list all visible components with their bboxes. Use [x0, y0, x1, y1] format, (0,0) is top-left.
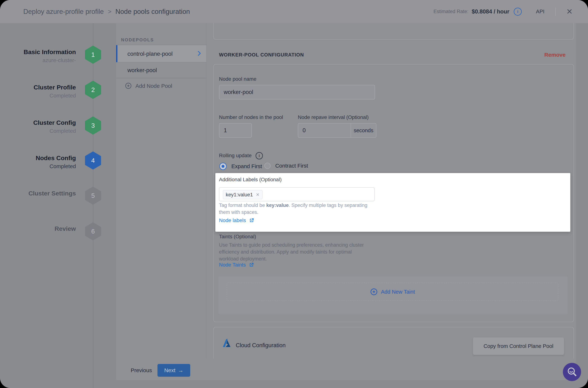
node-count-input[interactable]: [219, 123, 252, 138]
nodepool-selected-indicator: [116, 45, 117, 62]
add-new-taint-button[interactable]: Add New Taint: [227, 283, 558, 301]
helper-pre: Tag format should be: [219, 203, 266, 208]
api-button[interactable]: API: [536, 9, 544, 15]
step-4-hexagon[interactable]: 4: [85, 151, 101, 170]
repave-interval-label: Node repave interval (Optional): [298, 114, 369, 120]
estimated-rate-value: $0.8084 / hour: [472, 8, 509, 15]
copy-from-control-plane-button[interactable]: Copy from Control Plane Pool: [473, 337, 564, 355]
taints-desc-line3: workload deployment.: [219, 256, 267, 262]
step-cluster-config[interactable]: Cluster Config: [33, 119, 76, 126]
additional-labels-spotlight: Additional Labels (Optional) key1:value1…: [215, 173, 570, 232]
nodepools-panel-title: NODEPOOLS: [121, 37, 154, 43]
nodepools-divider-mid: [116, 62, 206, 62]
rolling-update-label: Rolling update: [219, 153, 251, 158]
radio-expand-label: Expand First: [231, 163, 262, 170]
node-pool-name-input[interactable]: [219, 85, 375, 99]
node-taints-link[interactable]: Node Taints: [219, 262, 246, 268]
label-tag-value: key1:value1: [226, 192, 253, 198]
next-label: Next: [164, 367, 176, 373]
labels-helper-line2: them with spaces.: [219, 210, 258, 215]
wizard-header: Deploy azure-profile profile > Node pool…: [0, 0, 588, 23]
step-nodes-config[interactable]: Nodes Config: [36, 154, 76, 162]
step-cluster-profile[interactable]: Cluster Profile: [34, 84, 76, 91]
node-taints-link-row[interactable]: Node Taints: [219, 262, 254, 268]
radio-contract-first[interactable]: Contract First: [264, 163, 308, 169]
step-cluster-profile-subtitle: Completed: [49, 93, 76, 99]
repave-unit-addon: seconds: [351, 123, 377, 138]
rate-info-icon[interactable]: i: [514, 8, 522, 16]
nodepools-panel-divider: [206, 23, 207, 380]
nodepools-divider-bottom: [116, 78, 206, 78]
next-button[interactable]: Next →: [158, 364, 190, 377]
additional-labels-title: Additional Labels (Optional): [219, 177, 282, 183]
node-pool-name-label: Node pool name: [219, 76, 256, 82]
nodepools-divider-top: [116, 45, 206, 45]
node-labels-link-row[interactable]: Node labels: [219, 218, 254, 223]
step-3-hexagon[interactable]: 3: [85, 116, 101, 135]
step-cluster-config-subtitle: Completed: [49, 128, 76, 134]
step-6-hexagon[interactable]: 6: [85, 222, 101, 241]
step-basic-information[interactable]: Basic Information: [24, 48, 76, 56]
screenshot-frame: Deploy azure-profile profile > Node pool…: [0, 0, 588, 388]
assistant-fab[interactable]: [563, 363, 581, 381]
radio-unselected-icon[interactable]: [264, 163, 271, 169]
step-5-hexagon[interactable]: 5: [85, 187, 101, 205]
label-tag-chip: key1:value1 ✕: [223, 190, 263, 199]
breadcrumb-separator: >: [108, 8, 112, 15]
plus-circle-icon: [370, 288, 378, 296]
radio-contract-label: Contract First: [275, 163, 308, 169]
radio-selected-icon[interactable]: [219, 163, 227, 170]
plus-circle-icon[interactable]: [125, 82, 132, 89]
previous-button[interactable]: Previous: [131, 367, 152, 373]
step-review[interactable]: Review: [55, 225, 76, 232]
page-title: Node pools configuration: [115, 8, 190, 16]
arrow-right-icon: →: [178, 367, 183, 373]
taints-desc-line1: Use Taints to guide pod scheduling prefe…: [219, 242, 364, 248]
nodepool-item-label[interactable]: control-plane-pool: [127, 51, 173, 57]
chevron-right-icon[interactable]: [196, 50, 203, 57]
search-smile-icon: [566, 366, 578, 378]
labels-tags-input[interactable]: key1:value1 ✕: [219, 187, 375, 201]
add-new-taint-label: Add New Taint: [381, 289, 415, 295]
rolling-update-info-icon[interactable]: i: [256, 152, 263, 159]
azure-logo: [223, 339, 231, 348]
nodepool-item-worker-pool[interactable]: worker-pool: [127, 67, 157, 73]
add-node-pool-button[interactable]: Add Node Pool: [136, 83, 172, 89]
remove-button[interactable]: Remove: [544, 52, 565, 58]
node-count-label: Number of nodes in the pool: [219, 114, 283, 120]
step-cluster-settings[interactable]: Cluster Settings: [28, 190, 76, 197]
step-2-hexagon[interactable]: 2: [85, 81, 101, 99]
remove-tag-icon[interactable]: ✕: [256, 192, 259, 197]
helper-post: . Specify multiple tags by separating: [289, 203, 367, 208]
worker-pool-section-title: WORKER-POOL CONFIGURATION: [219, 52, 304, 58]
node-labels-link[interactable]: Node labels: [219, 218, 246, 223]
close-icon[interactable]: ✕: [566, 7, 573, 16]
header-right: Estimated Rate: $0.8084 / hour i API ✕: [433, 0, 573, 23]
breadcrumb-profile: Deploy azure-profile profile: [23, 8, 104, 16]
external-link-icon: [249, 218, 254, 223]
repave-interval-input[interactable]: [298, 123, 351, 138]
step-1-hexagon[interactable]: 1: [85, 46, 101, 64]
helper-bold: key:value: [266, 203, 289, 208]
app-window: Deploy azure-profile profile > Node pool…: [0, 0, 588, 388]
cloud-config-title: Cloud Configuration: [236, 342, 286, 349]
external-link-icon: [249, 262, 254, 267]
radio-expand-first[interactable]: Expand First: [219, 163, 262, 170]
estimated-rate-label: Estimated Rate:: [433, 9, 468, 14]
step-nodes-config-subtitle: Completed: [49, 163, 76, 170]
header-divider: [555, 7, 556, 16]
breadcrumb: Deploy azure-profile profile > Node pool…: [23, 8, 190, 16]
labels-helper-line1: Tag format should be key:value. Specify …: [219, 203, 367, 208]
stepper-timeline: [93, 23, 93, 388]
taints-desc-line2: efficiency and distribution. Apply and m…: [219, 249, 352, 255]
step-basic-information-subtitle: azure-cluster-: [43, 57, 76, 63]
taints-title: Taints (Optional): [219, 234, 256, 240]
